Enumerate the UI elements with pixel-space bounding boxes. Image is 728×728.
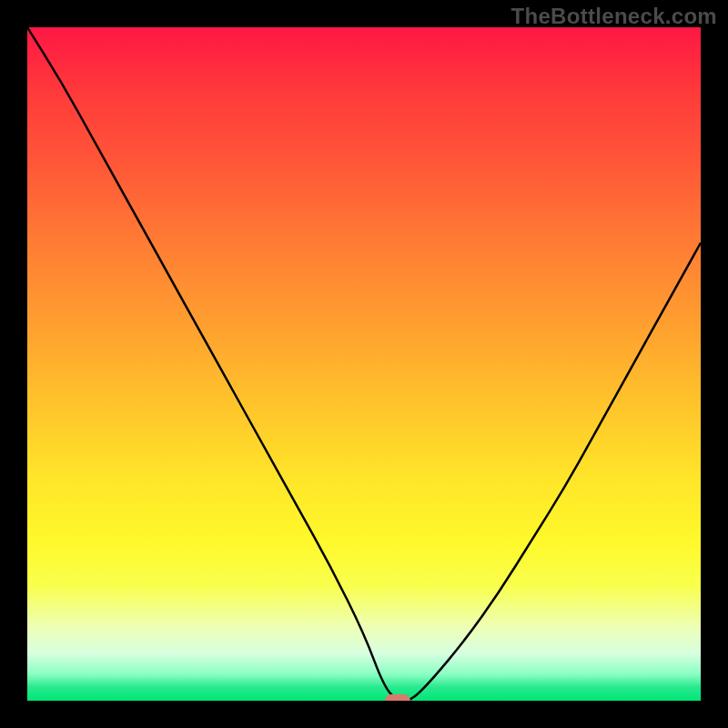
bottleneck-curve bbox=[27, 27, 701, 701]
plot-area bbox=[27, 27, 701, 701]
curve-line bbox=[27, 27, 701, 701]
watermark-text: TheBottleneck.com bbox=[511, 4, 717, 29]
optimal-marker-icon bbox=[385, 694, 410, 701]
chart-frame: TheBottleneck.com bbox=[0, 0, 728, 728]
